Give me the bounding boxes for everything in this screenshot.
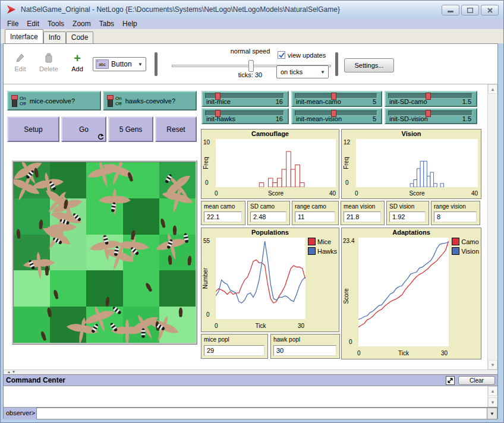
history-dropdown-button[interactable]: ▼ bbox=[487, 408, 497, 419]
command-center-prompt-row: observer> ▼ bbox=[4, 408, 497, 419]
menu-tools[interactable]: Tools bbox=[43, 19, 68, 29]
close-icon bbox=[487, 8, 493, 13]
clear-button[interactable]: Clear bbox=[458, 376, 495, 385]
settings-button[interactable]: Settings... bbox=[344, 58, 394, 72]
toolbar-separator bbox=[155, 52, 158, 76]
populations-plot: Populations 55 0 Number Mice Hawks 0 Tic… bbox=[201, 228, 339, 332]
tab-info[interactable]: Info bbox=[43, 31, 66, 43]
toggle-handle[interactable] bbox=[108, 95, 113, 107]
check-icon bbox=[279, 52, 285, 58]
monitor-range-vision: range vision 8 bbox=[431, 201, 480, 225]
maximize-button[interactable] bbox=[461, 5, 479, 15]
delete-label: Delete bbox=[37, 65, 61, 72]
switch-hawks-coevolve[interactable]: On Off hawks-coevolve? bbox=[103, 91, 197, 111]
mouse-turtle bbox=[141, 329, 146, 338]
interface-canvas: On Off mice-coevolve? On Off hawks-coevo… bbox=[4, 84, 497, 370]
turtles-layer bbox=[14, 162, 196, 343]
widget-type-dropdown[interactable]: *abc Button ▼ bbox=[93, 57, 146, 71]
adaptations-plot: Adaptations 23.4 0 Score Camo Vision 0 T… bbox=[341, 228, 481, 359]
five-gens-button[interactable]: 5 Gens bbox=[108, 116, 153, 142]
edit-widget-button[interactable]: Edit bbox=[8, 51, 32, 72]
slider-label: init-mice bbox=[206, 98, 231, 105]
scroll-down-arrow[interactable]: ▼ bbox=[488, 397, 497, 407]
delete-widget-button[interactable]: Delete bbox=[37, 51, 61, 72]
splitter-arrows-icon[interactable]: ▲▼ bbox=[7, 370, 17, 374]
tab-code[interactable]: Code bbox=[66, 31, 94, 43]
monitor-value: 22.1 bbox=[204, 212, 242, 222]
menubar: File Edit Tools Zoom Tabs Help bbox=[1, 18, 503, 29]
menu-help[interactable]: Help bbox=[118, 19, 141, 29]
world-view[interactable] bbox=[12, 160, 197, 345]
tab-interface[interactable]: Interface bbox=[5, 29, 43, 43]
view-updates-checkbox[interactable] bbox=[278, 51, 285, 59]
expand-command-center-button[interactable] bbox=[446, 376, 455, 385]
menu-tabs[interactable]: Tabs bbox=[95, 19, 118, 29]
menu-file[interactable]: File bbox=[3, 19, 23, 29]
slider-init-mice[interactable]: init-mice16 bbox=[201, 91, 289, 107]
settings-label: Settings... bbox=[355, 62, 384, 69]
x-max-label: 30 bbox=[441, 350, 448, 356]
mouse-turtle bbox=[173, 226, 177, 235]
monitor-label: mean vision bbox=[341, 201, 384, 210]
y-axis-label: Freq bbox=[203, 157, 209, 169]
mouse-turtle bbox=[187, 255, 192, 266]
trash-icon bbox=[37, 51, 61, 65]
monitor-sd-vision: SD vision 1.92 bbox=[386, 201, 429, 225]
five-gens-label: 5 Gens bbox=[119, 125, 143, 134]
switch-label: hawks-coevolve? bbox=[125, 97, 175, 105]
canvas-vertical-scrollbar[interactable]: ▲ ▼ bbox=[487, 84, 497, 370]
switch-mice-coevolve[interactable]: On Off mice-coevolve? bbox=[7, 91, 101, 111]
slider-init-mean-vision[interactable]: init-mean-vision5 bbox=[291, 108, 382, 124]
monitor-range-camo: range camo 11 bbox=[292, 201, 339, 225]
minimize-button[interactable] bbox=[442, 5, 459, 15]
legend-label: Camo bbox=[461, 238, 478, 245]
setup-button[interactable]: Setup bbox=[7, 116, 59, 142]
command-center-output[interactable]: ▲ ▼ bbox=[4, 386, 497, 408]
hawk-turtle bbox=[22, 251, 56, 281]
plus-icon: + bbox=[65, 51, 89, 65]
scroll-down-arrow[interactable]: ▼ bbox=[488, 360, 497, 370]
slider-init-hawks[interactable]: init-hawks16 bbox=[201, 108, 289, 124]
slider-init-mean-camo[interactable]: init-mean-camo5 bbox=[291, 91, 382, 107]
command-center-splitter[interactable]: ▲▼ bbox=[4, 370, 497, 374]
monitor-mean-camo: mean camo 22.1 bbox=[201, 201, 245, 225]
add-widget-button[interactable]: + Add bbox=[65, 51, 89, 72]
hawks-legend-swatch bbox=[308, 247, 316, 255]
update-mode-dropdown[interactable]: on ticks ▼ bbox=[276, 65, 329, 78]
plot-title: Populations bbox=[201, 229, 339, 236]
mouse-turtle bbox=[144, 282, 153, 292]
clear-label: Clear bbox=[470, 377, 484, 384]
mouse-turtle bbox=[40, 331, 47, 341]
reset-button[interactable]: Reset bbox=[155, 116, 197, 142]
monitor-label: mice popl bbox=[201, 334, 267, 343]
menu-zoom[interactable]: Zoom bbox=[68, 19, 95, 29]
maximize-icon bbox=[467, 8, 473, 13]
update-mode-value: on ticks bbox=[281, 68, 303, 75]
netlogo-window: NatSelGame_Original - NetLogo {E:\Docume… bbox=[0, 0, 504, 423]
monitor-label: SD camo bbox=[248, 201, 289, 210]
scroll-up-arrow[interactable]: ▲ bbox=[488, 84, 497, 94]
command-input[interactable] bbox=[36, 408, 487, 419]
switch-label: mice-coevolve? bbox=[30, 97, 75, 105]
go-button[interactable]: Go bbox=[61, 116, 106, 142]
tab-strip: Interface Info Code bbox=[1, 29, 503, 43]
menu-edit[interactable]: Edit bbox=[23, 19, 43, 29]
toggle-handle[interactable] bbox=[12, 95, 17, 107]
scroll-up-arrow[interactable]: ▲ bbox=[488, 386, 497, 396]
output-vertical-scrollbar[interactable]: ▲ ▼ bbox=[487, 386, 497, 407]
speed-slider-handle[interactable] bbox=[248, 60, 254, 72]
slider-init-SD-camo[interactable]: init-SD-camo1.5 bbox=[385, 91, 477, 107]
monitor-mice-popl: mice popl 29 bbox=[201, 334, 268, 359]
x-max-label: 40 bbox=[471, 190, 478, 197]
slider-value: 16 bbox=[276, 115, 283, 122]
monitor-mean-vision: mean vision 21.8 bbox=[341, 201, 385, 225]
monitor-label: range vision bbox=[431, 201, 480, 210]
widget-type-value: Button bbox=[111, 60, 132, 68]
monitor-label: hawk popl bbox=[271, 334, 339, 343]
camouflage-histogram bbox=[216, 139, 336, 187]
plot-title: Adaptations bbox=[342, 229, 481, 236]
close-button[interactable] bbox=[481, 5, 499, 15]
mouse-turtle bbox=[160, 218, 166, 228]
slider-init-SD-vision[interactable]: init-SD-vision1.5 bbox=[385, 108, 477, 124]
monitor-value: 8 bbox=[434, 212, 477, 222]
